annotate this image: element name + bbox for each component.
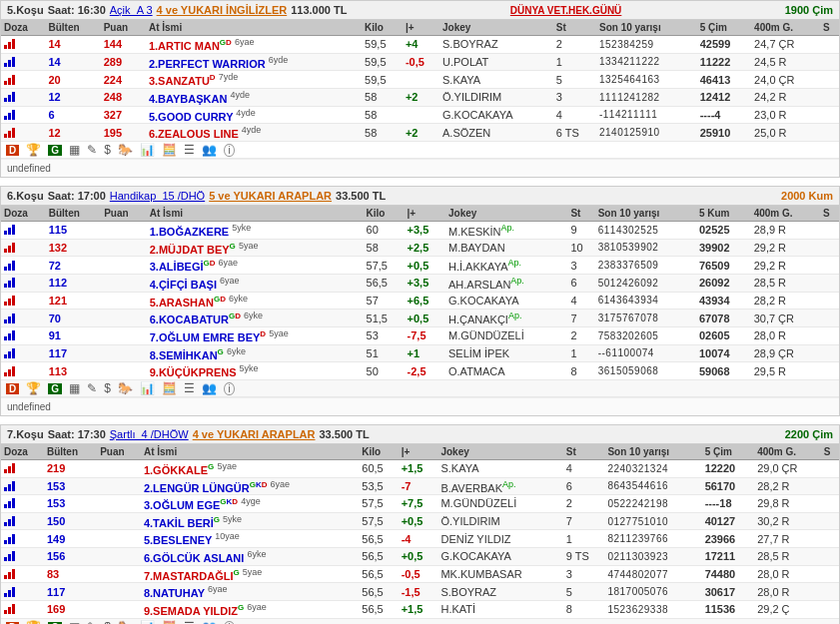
st-cell: 7 xyxy=(563,512,605,530)
horse-name-cell[interactable]: 4.BAYBAŞKAN 4yde xyxy=(146,88,362,106)
horse-name-cell[interactable]: 2.LENGÜR LÜNGÜRGKD 6yae xyxy=(141,477,359,495)
calc-icon[interactable]: 🧮 xyxy=(162,620,177,624)
pm-value: +1,5 xyxy=(402,462,423,474)
horse-icon[interactable]: 🐎 xyxy=(118,381,133,395)
horse-name-cell[interactable]: 5.GOOD CURRY 4yde xyxy=(146,106,362,124)
jokey-cell[interactable]: G.KOCAKAYA xyxy=(445,292,567,310)
jokey-cell[interactable]: S.KAYA xyxy=(439,71,553,89)
jokey-cell[interactable]: M.BAYDAN xyxy=(445,239,567,257)
trophy-icon[interactable]: 🏆 xyxy=(26,620,41,624)
race-category-link[interactable]: Şartlı_4 /DHÖW xyxy=(110,428,189,440)
jokey-cell[interactable]: S.BOYRAZ xyxy=(437,583,562,601)
jokey-cell[interactable]: S.BOYRAZ xyxy=(439,36,553,54)
horse-name-cell[interactable]: 1.BOĞAZKERE 5yke xyxy=(147,221,364,239)
list-icon[interactable]: ☰ xyxy=(184,143,195,157)
jokey-cell[interactable]: H.İ.AKKAYAAp. xyxy=(445,257,567,275)
jokey-cell[interactable]: MK.KUMBASAR xyxy=(437,565,562,583)
icons-row: D 🏆 G ▦ ✎ $ 🐎 📊 🧮 ☰ 👥 i xyxy=(1,379,839,396)
chart-icon[interactable]: 📊 xyxy=(140,381,155,395)
horse-name-cell[interactable]: 2.PERFECT WARRIOR 6yde xyxy=(146,53,362,71)
chart-icon[interactable]: 📊 xyxy=(140,620,155,624)
table-icon[interactable]: ▦ xyxy=(69,381,80,395)
calc-icon[interactable]: 🧮 xyxy=(162,143,177,157)
race-type-link[interactable]: 5 ve YUKARI ARAPLAR xyxy=(209,190,332,202)
horse-icon[interactable]: 🐎 xyxy=(118,143,133,157)
chart-icon[interactable]: 📊 xyxy=(140,143,155,157)
info-icon[interactable]: i xyxy=(224,382,234,395)
horse-name-cell[interactable]: 9.KÜÇÜKPRENS 5yke xyxy=(147,362,364,380)
race-category-link[interactable]: Açik_A 3 xyxy=(110,4,153,16)
table-icon[interactable]: ▦ xyxy=(69,143,80,157)
jokey-cell[interactable]: M.KESKİNAp. xyxy=(445,221,567,239)
d-icon[interactable]: D xyxy=(6,145,19,156)
jokey-cell[interactable]: U.POLAT xyxy=(439,53,553,71)
jokey-cell[interactable]: AH.ARSLANAp. xyxy=(445,274,567,292)
jokey-cell[interactable]: S.KAYA xyxy=(437,459,562,477)
trophy-icon[interactable]: 🏆 xyxy=(26,143,41,157)
horse-name-cell[interactable]: 6.KOCABATURGD 6yke xyxy=(147,310,364,327)
g-icon[interactable]: G xyxy=(48,383,62,394)
calc-icon[interactable]: 🧮 xyxy=(162,381,177,395)
col5-cell: 43934 xyxy=(696,292,751,310)
horse-name-cell[interactable]: 9.SEMADA YILDIZG 6yae xyxy=(141,601,359,619)
pencil-icon[interactable]: ✎ xyxy=(87,620,97,624)
jokey-cell[interactable]: H.KATİ xyxy=(437,601,562,619)
pencil-icon[interactable]: ✎ xyxy=(87,381,97,395)
horse-name-cell[interactable]: 5.ARASHANGD 6yke xyxy=(147,292,364,310)
horse-name-cell[interactable]: 1.GÖKKALEG 5yae xyxy=(141,459,359,477)
jokey-cell[interactable]: Ö.YILDIRIM xyxy=(439,88,553,106)
horse-name-cell[interactable]: 8.NATUHAY 6yae xyxy=(141,583,359,601)
horse-name-cell[interactable]: 6.GÖLCÜK ASLANI 6yke xyxy=(141,548,359,566)
col-header: Doza xyxy=(1,444,44,460)
jokey-cell[interactable]: A.SÖZEN xyxy=(439,124,553,142)
dollar-icon[interactable]: $ xyxy=(104,381,111,395)
bulten-cell: 112 xyxy=(46,274,101,292)
age-label: 6yke xyxy=(244,311,263,320)
horse-name-cell[interactable]: 8.SEMİHKANG 6yke xyxy=(147,344,364,362)
race-category-link[interactable]: Handikap_15 /DHÖ xyxy=(110,190,205,202)
info-icon[interactable]: i xyxy=(224,144,234,157)
g-icon[interactable]: G xyxy=(48,145,62,156)
persons-icon[interactable]: 👥 xyxy=(202,620,217,624)
kilo-cell: 51,5 xyxy=(364,310,405,327)
persons-icon[interactable]: 👥 xyxy=(202,143,217,157)
jokey-cell[interactable]: G.KOCAKAYA xyxy=(437,548,562,566)
list-icon[interactable]: ☰ xyxy=(184,381,195,395)
persons-icon[interactable]: 👥 xyxy=(202,381,217,395)
jokey-cell[interactable]: O.ATMACA xyxy=(445,362,567,380)
race-section-6: 6.Koşu Saat: 17:00 Handikap_15 /DHÖ 5 ve… xyxy=(0,186,840,416)
d-icon[interactable]: D xyxy=(6,383,19,394)
horse-name-cell[interactable]: 7.MASTARDAĞLIG 5yae xyxy=(141,565,359,583)
horse-name-cell[interactable]: 4.ÇİFÇİ BAŞI 6yae xyxy=(147,274,364,292)
jokey-cell[interactable]: G.KOCAKAYA xyxy=(439,106,553,124)
horse-name-cell[interactable]: 3.SANZATUD 7yde xyxy=(146,71,362,89)
dollar-icon[interactable]: $ xyxy=(104,620,111,624)
jokey-cell[interactable]: SELİM İPEK xyxy=(445,344,567,362)
jokey-cell[interactable]: Ö.YILDIRIM xyxy=(437,512,562,530)
horse-name-cell[interactable]: 4.TAKİL BERİG 5yke xyxy=(141,512,359,530)
horse-name-cell[interactable]: 7.OĞLUM EMRE BEYD 5yae xyxy=(147,326,364,344)
horse-name-cell[interactable]: 2.MÜJDAT BEYG 5yae xyxy=(147,239,364,257)
jokey-cell[interactable]: B.AVERBAKAp. xyxy=(437,477,562,495)
list-icon[interactable]: ☰ xyxy=(184,620,195,624)
horse-name-cell[interactable]: 5.BESLENEY 10yae xyxy=(141,530,359,548)
table-icon[interactable]: ▦ xyxy=(69,620,80,624)
trophy-icon[interactable]: 🏆 xyxy=(26,381,41,395)
horse-name-cell[interactable]: 3.ALİBEGİGD 6yae xyxy=(147,257,364,275)
jokey-cell[interactable]: DENİZ YILDIZ xyxy=(437,530,562,548)
horse-name-cell[interactable]: 3.OĞLUM EGEGKD 4yge xyxy=(141,495,359,513)
world-vet-link[interactable]: DÜNYA VET.HEK.GÜNÜ xyxy=(510,5,622,16)
bet-types: undefined xyxy=(1,397,839,415)
horse-name-cell[interactable]: 1.ARTIC MANGD 6yae xyxy=(146,36,362,54)
jokey-cell[interactable]: M.GÜNDÜZELİ xyxy=(437,495,562,513)
jokey-cell[interactable]: H.ÇANAKÇIAp. xyxy=(445,310,567,327)
horse-name-cell[interactable]: 6.ZEALOUS LINE 4yde xyxy=(146,124,362,142)
age-label: 4yde xyxy=(230,90,250,100)
jokey-cell[interactable]: M.GÜNDÜZELİ xyxy=(445,326,567,344)
horse-icon[interactable]: 🐎 xyxy=(118,620,133,624)
race-type-link[interactable]: 4 ve YUKARI İNGİLİZLER xyxy=(157,4,288,16)
doza-cell xyxy=(1,310,46,327)
race-type-link[interactable]: 4 ve YUKARI ARAPLAR xyxy=(193,428,316,440)
dollar-icon[interactable]: $ xyxy=(104,143,111,157)
pencil-icon[interactable]: ✎ xyxy=(87,143,97,157)
